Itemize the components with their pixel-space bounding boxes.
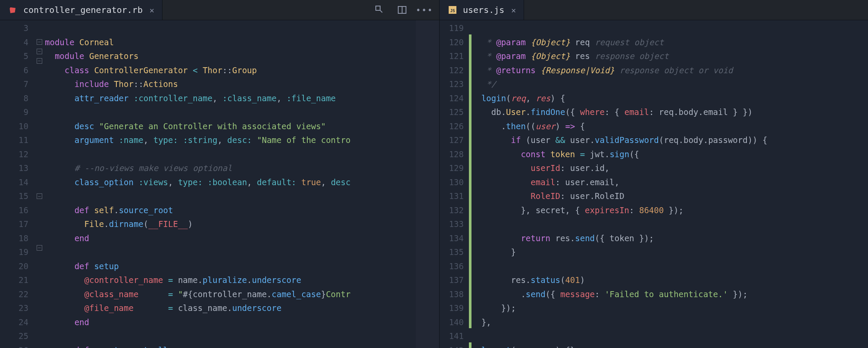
code-line[interactable]: logout(req, res) {} [471, 343, 868, 348]
code-line[interactable]: email: user.email, [471, 175, 868, 190]
svg-rect-0 [376, 6, 380, 10]
code-line[interactable] [45, 245, 439, 259]
code-line[interactable]: .then((user) => { [471, 119, 868, 134]
code-line[interactable]: include Thor::Actions [45, 77, 439, 91]
code-line[interactable]: const token = jwt.sign({ [471, 147, 868, 162]
code-line[interactable] [471, 329, 868, 343]
code-line[interactable] [45, 189, 439, 203]
code-line[interactable]: userId: user.id, [471, 161, 868, 175]
line-number: 15 [0, 189, 28, 203]
code-line[interactable]: class_option :views, type: :boolean, def… [45, 175, 439, 190]
line-number: 137 [440, 273, 464, 287]
code-line[interactable]: end [45, 315, 439, 329]
line-number: 3 [0, 21, 28, 35]
code-line[interactable]: } [471, 245, 868, 259]
code-line[interactable] [45, 21, 439, 35]
fold-toggle-icon[interactable]: − [37, 245, 42, 251]
code-line[interactable] [471, 21, 868, 35]
code-editor-right[interactable]: 1191201211221231241251261271281291301311… [440, 20, 868, 348]
code-editor-left[interactable]: 3456789101112131415161718192021222324252… [0, 20, 439, 348]
line-number: 128 [440, 147, 464, 162]
code-line[interactable]: RoleID: user.RoleID [471, 189, 868, 203]
tab-label: controller_generator.rb [23, 5, 143, 15]
code-line[interactable]: @controller_name = name.pluralize.unders… [45, 273, 439, 287]
code-line[interactable]: @file_name = class_name.underscore [45, 301, 439, 315]
line-number: 25 [0, 329, 28, 343]
code-line[interactable]: module Generators [45, 49, 439, 63]
code-area[interactable]: module Corneal module Generators class C… [45, 20, 439, 348]
line-number: 124 [440, 91, 464, 106]
close-icon[interactable]: ✕ [149, 6, 155, 15]
code-line[interactable] [45, 105, 439, 119]
code-line[interactable]: attr_reader :controller_name, :class_nam… [45, 91, 439, 106]
find-toggle-icon[interactable] [375, 5, 385, 15]
code-line[interactable] [45, 147, 439, 162]
code-line[interactable] [471, 259, 868, 273]
more-icon[interactable]: ••• [419, 5, 430, 15]
code-line[interactable]: * @returns {Response|Void} response obje… [471, 63, 868, 78]
line-number: 139 [440, 301, 464, 315]
line-number: 119 [440, 21, 464, 35]
line-number: 13 [0, 161, 28, 175]
tab-controller-generator[interactable]: controller_generator.rb ✕ [0, 0, 162, 20]
code-line[interactable]: def setup [45, 259, 439, 273]
close-icon[interactable]: ✕ [510, 6, 517, 15]
code-line[interactable]: end [45, 231, 439, 245]
code-line[interactable] [45, 329, 439, 343]
code-line[interactable]: * @param {Object} res response object [471, 49, 868, 63]
minimap[interactable] [416, 20, 439, 348]
tab-bar-right: JS users.js ✕ [440, 0, 868, 20]
line-number: 127 [440, 133, 464, 147]
code-line[interactable]: desc "Generate an Controller with associ… [45, 119, 439, 134]
fold-column[interactable]: −−−−− [34, 20, 45, 348]
code-line[interactable]: argument :name, type: :string, desc: "Na… [45, 133, 439, 147]
tab-actions: ••• [365, 0, 439, 20]
code-line[interactable]: login(req, res) { [471, 91, 868, 106]
code-line[interactable] [471, 217, 868, 231]
line-number: 9 [0, 105, 28, 119]
code-line[interactable]: return res.send({ token }); [471, 231, 868, 245]
line-number: 11 [0, 133, 28, 147]
line-number: 23 [0, 301, 28, 315]
code-line[interactable]: @class_name = "#{controller_name.camel_c… [45, 287, 439, 301]
tab-label: users.js [463, 5, 504, 15]
line-number: 7 [0, 77, 28, 91]
tab-users-js[interactable]: JS users.js ✕ [440, 0, 524, 20]
split-editor-icon[interactable] [397, 5, 407, 15]
ruby-icon [9, 6, 17, 14]
code-line[interactable]: }, secret, { expiresIn: 86400 }); [471, 203, 868, 218]
fold-toggle-icon[interactable]: − [37, 193, 42, 199]
tab-bar-left: controller_generator.rb ✕ ••• [0, 0, 439, 20]
line-number: 125 [440, 105, 464, 119]
line-number: 140 [440, 315, 464, 329]
fold-toggle-icon[interactable]: − [37, 58, 42, 64]
line-number: 142 [440, 343, 464, 348]
code-line[interactable]: module Corneal [45, 35, 439, 50]
code-line[interactable]: if (user && user.validPassword(req.body.… [471, 133, 868, 147]
code-line[interactable]: def self.source_root [45, 203, 439, 218]
line-number: 126 [440, 119, 464, 134]
code-line[interactable]: * @param {Object} req request object [471, 35, 868, 50]
code-area[interactable]: * @param {Object} req request object * @… [471, 20, 868, 348]
fold-toggle-icon[interactable]: − [37, 39, 42, 45]
line-number: 120 [440, 35, 464, 50]
line-number: 26 [0, 343, 28, 348]
code-line[interactable]: .send({ message: 'Failed to authenticate… [471, 287, 868, 301]
code-line[interactable]: }); [471, 301, 868, 315]
fold-toggle-icon[interactable]: − [37, 49, 42, 54]
code-line[interactable]: res.status(401) [471, 273, 868, 287]
code-line[interactable]: class ControllerGenerator < Thor::Group [45, 63, 439, 78]
code-line[interactable]: */ [471, 77, 868, 91]
line-number: 6 [0, 63, 28, 78]
code-line[interactable]: }, [471, 315, 868, 329]
svg-text:JS: JS [450, 9, 455, 13]
code-line[interactable]: File.dirname(__FILE__) [45, 217, 439, 231]
code-line[interactable]: db.User.findOne({ where: { email: req.bo… [471, 105, 868, 119]
line-number-gutter: 1191201211221231241251261271281291301311… [440, 20, 469, 348]
editor-pane-left: controller_generator.rb ✕ ••• 3456789101… [0, 0, 440, 348]
line-number: 21 [0, 273, 28, 287]
line-number: 134 [440, 231, 464, 245]
code-line[interactable]: # --no-views make views optional [45, 161, 439, 175]
line-number: 123 [440, 77, 464, 91]
code-line[interactable]: def create_controller [45, 343, 439, 348]
